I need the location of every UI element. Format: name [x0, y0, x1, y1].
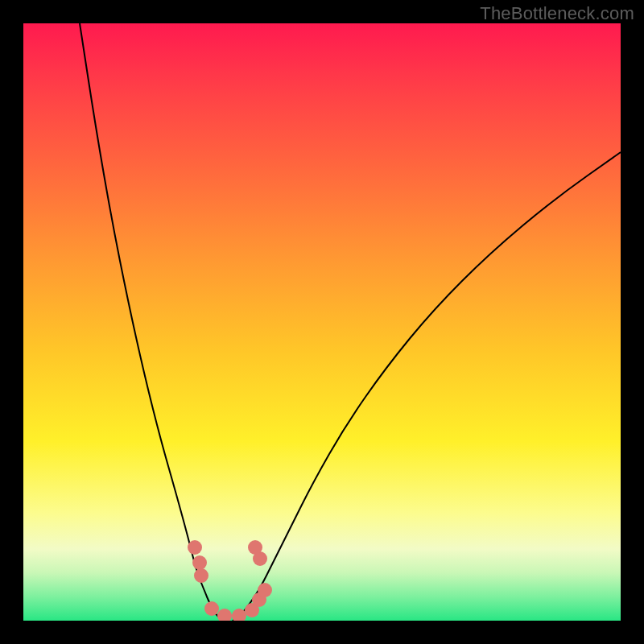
marker-dot	[217, 609, 232, 621]
marker-dot	[192, 555, 207, 570]
marker-dot	[248, 540, 262, 555]
bottleneck-curve	[80, 23, 621, 621]
marker-dot	[258, 583, 272, 597]
plot-area	[23, 23, 621, 621]
marker-dot	[204, 601, 219, 616]
marker-dots	[188, 540, 272, 621]
chart-frame: TheBottleneck.com	[0, 0, 644, 644]
marker-dot	[188, 540, 202, 555]
watermark-text: TheBottleneck.com	[480, 3, 634, 24]
curve-right-branch	[233, 152, 621, 621]
curve-left-branch	[80, 23, 225, 621]
curve-layer	[23, 23, 621, 621]
marker-dot	[194, 568, 208, 583]
